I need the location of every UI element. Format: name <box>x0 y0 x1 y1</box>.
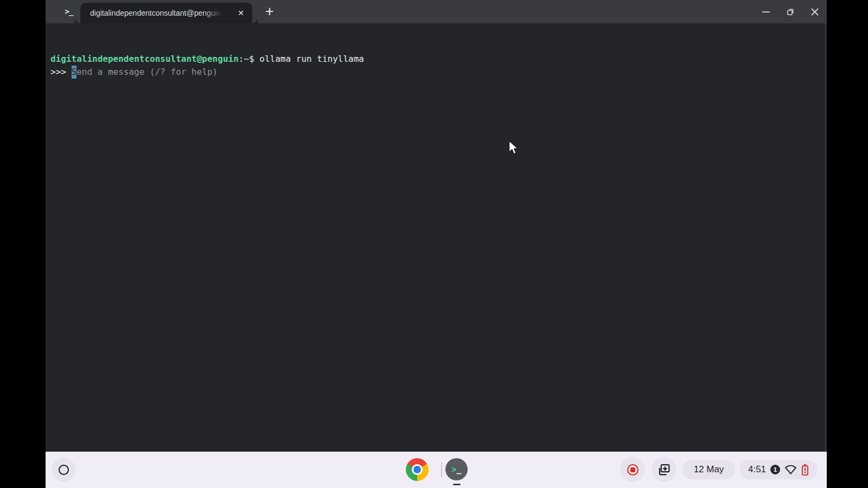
tab-title-fade <box>204 3 227 23</box>
terminal-window: >_ digitalindependentconsultant@penguin … <box>46 0 827 452</box>
terminal-screen[interactable]: digitalindependentconsultant@penguin:~$o… <box>46 23 827 452</box>
repl-prompt: >>> <box>50 67 66 77</box>
date-pill[interactable]: 12 May <box>682 460 735 479</box>
minimize-icon[interactable] <box>758 4 774 20</box>
date-label: 12 May <box>694 464 724 475</box>
running-app-indicator <box>453 484 461 485</box>
terminal-shelf-icon[interactable]: >_ <box>445 458 468 480</box>
window-controls <box>750 0 823 23</box>
arrow-cursor <box>508 140 520 156</box>
terminal-gt-glyph: > <box>451 465 456 474</box>
chrome-icon[interactable] <box>406 458 429 481</box>
restore-icon[interactable] <box>782 4 799 20</box>
terminal-tab[interactable]: digitalindependentconsultant@penguin ✕ <box>80 3 252 23</box>
terminal-input-line: >>>Send a message (/? for help) <box>50 66 218 79</box>
record-ring <box>627 464 639 476</box>
new-tab-icon[interactable]: + <box>261 3 278 21</box>
clock-label: 4:51 <box>748 464 766 475</box>
launcher-ring-glyph <box>59 465 69 475</box>
record-square <box>630 467 635 472</box>
desktop: >_ digitalindependentconsultant@penguin … <box>46 0 827 488</box>
input-hint: end a message (/? for help) <box>76 67 218 77</box>
launcher-icon[interactable] <box>52 458 75 481</box>
prompt-separator: :~$ <box>239 54 254 64</box>
terminal-scrollbar[interactable] <box>825 23 827 452</box>
terminal-underscore-glyph: _ <box>457 465 462 474</box>
command-text: ollama run tinyllama <box>259 54 364 64</box>
close-icon[interactable] <box>807 4 823 20</box>
prompt-user-host: digitalindependentconsultant@penguin <box>50 54 239 64</box>
shelf: >_ 12 May 4:51 1 <box>46 452 827 488</box>
notification-badge: 1 <box>770 465 780 474</box>
shelf-divider <box>441 462 442 477</box>
terminal-prompt-line: digitalindependentconsultant@penguin:~$o… <box>50 53 364 66</box>
tab-close-icon[interactable]: ✕ <box>234 6 248 20</box>
text-cursor: S <box>72 66 77 79</box>
battery-alert-icon <box>801 464 809 476</box>
record-stop-icon[interactable] <box>620 457 645 482</box>
screen-capture-icon[interactable] <box>652 457 676 482</box>
wifi-icon <box>784 464 797 475</box>
status-tray[interactable]: 4:51 1 <box>739 460 818 479</box>
tab-strip: >_ digitalindependentconsultant@penguin … <box>46 0 827 23</box>
